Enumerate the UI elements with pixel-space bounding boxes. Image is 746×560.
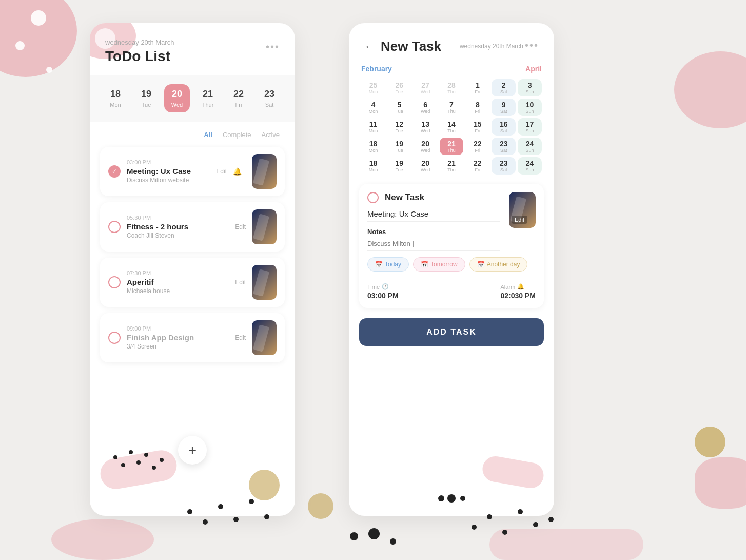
cal-cell-11[interactable]: 11Mon (361, 118, 385, 136)
task-name-input[interactable] (367, 209, 500, 222)
cal-cell-15[interactable]: 15Fri (465, 118, 489, 136)
task-time-4: 09:00 PM (127, 325, 229, 332)
filter-active[interactable]: Active (262, 131, 280, 139)
time-label: Time 🕐 (367, 283, 399, 290)
svg-point-18 (502, 530, 507, 535)
date-item-23[interactable]: 23 Sat (257, 84, 282, 112)
cal-cell-25[interactable]: 25Mon (361, 79, 385, 96)
back-button[interactable]: ← (364, 41, 375, 52)
new-task-form: New Task Edit Notes 📅 Today 📅 Tomorrow 📅… (359, 184, 544, 308)
right-card-header: ← New Task wednesday 20th March ••• (349, 23, 554, 60)
left-more-dots[interactable]: ••• (266, 41, 280, 53)
task-item-2[interactable]: 05:30 PM Fitness - 2 hours Coach Jill St… (100, 202, 285, 252)
filter-complete[interactable]: Complete (223, 131, 251, 139)
task-time-1: 03:00 PM (127, 159, 210, 165)
form-edit-label[interactable]: Edit (512, 216, 527, 224)
svg-point-1 (121, 463, 125, 467)
cal-cell-23b[interactable]: 23Sat (492, 157, 516, 175)
right-more-dots[interactable]: ••• (525, 40, 539, 51)
cal-cell-24b[interactable]: 24Sun (518, 157, 542, 175)
svg-point-2 (129, 450, 133, 454)
task-edit-3[interactable]: Edit (235, 279, 246, 286)
task-edit-2[interactable]: Edit (235, 223, 246, 230)
alarm-label-text: Alarm (501, 284, 516, 290)
cal-cell-14[interactable]: 14Thu (440, 118, 464, 136)
bell-icon-1[interactable]: 🔔 (233, 167, 242, 176)
cal-cell-24a[interactable]: 24Sun (518, 138, 542, 155)
cal-cell-20b[interactable]: 20Wed (414, 157, 438, 175)
task-sub-1: Discuss Milton website (127, 177, 210, 184)
clock-icon: 🕐 (382, 283, 389, 290)
date-item-22[interactable]: 22 Fri (226, 84, 251, 112)
cal-cell-12[interactable]: 12Tue (387, 118, 411, 136)
task-sub-4: 3/4 Screen (127, 343, 229, 350)
svg-point-12 (218, 504, 223, 509)
cal-cell-19a[interactable]: 19Tue (387, 138, 411, 155)
cal-cell-19b[interactable]: 19Tue (387, 157, 411, 175)
cal-cell-6[interactable]: 6Wed (414, 99, 438, 116)
task-item-4[interactable]: 09:00 PM Finish App Design 3/4 Screen Ed… (100, 313, 285, 362)
time-value[interactable]: 03:00 PM (367, 292, 399, 300)
task-check-1[interactable] (108, 165, 121, 178)
chip-another-label: Another day (487, 261, 520, 268)
svg-point-4 (144, 453, 148, 457)
form-radio[interactable] (367, 192, 379, 203)
svg-point-0 (113, 455, 117, 459)
cal-cell-22a[interactable]: 22Fri (465, 138, 489, 155)
left-date: wednesday 20th March (105, 38, 280, 46)
task-check-4[interactable] (108, 332, 121, 344)
notes-input[interactable] (367, 240, 500, 251)
task-edit-4[interactable]: Edit (235, 334, 246, 341)
svg-point-10 (187, 509, 192, 514)
right-date: wednesday 20th March (460, 43, 523, 50)
cal-cell-18a[interactable]: 18Mon (361, 138, 385, 155)
form-title: New Task (385, 192, 424, 203)
cal-cell-18b[interactable]: 18Mon (361, 157, 385, 175)
cal-cell-23a[interactable]: 23Sat (492, 138, 516, 155)
cal-cell-7[interactable]: 7Thu (440, 99, 464, 116)
task-thumb-4 (252, 320, 277, 355)
date-item-18[interactable]: 18 Mon (103, 84, 128, 112)
cal-cell-13[interactable]: 13Wed (414, 118, 438, 136)
add-task-button[interactable]: ADD TASK (359, 318, 544, 346)
calendar-icon-today: 📅 (375, 261, 383, 268)
chip-tomorrow[interactable]: 📅 Tomorrow (413, 257, 465, 272)
left-card-header: wednesday 20th March ToDo List ••• (90, 23, 295, 70)
cal-cell-10[interactable]: 10Sun (518, 99, 542, 116)
filter-all[interactable]: All (204, 131, 212, 139)
cal-cell-3[interactable]: 3Sun (518, 79, 542, 96)
cal-cell-26[interactable]: 26Tue (387, 79, 411, 96)
date-item-20[interactable]: 20 Wed (164, 84, 190, 112)
date-chips: 📅 Today 📅 Tomorrow 📅 Another day (367, 257, 536, 272)
task-item-3[interactable]: 07:30 PM Aperitif Michaela house Edit (100, 258, 285, 307)
chip-today[interactable]: 📅 Today (367, 257, 409, 272)
cal-cell-16[interactable]: 16Sat (492, 118, 516, 136)
cal-cell-20a[interactable]: 20Wed (414, 138, 438, 155)
cal-cell-9[interactable]: 9Sat (492, 99, 516, 116)
cal-cell-2[interactable]: 2Sat (492, 79, 516, 96)
cal-cell-1[interactable]: 1Fri (465, 79, 489, 96)
cal-cell-17[interactable]: 17Sun (518, 118, 542, 136)
cal-cell-27[interactable]: 27Wed (414, 79, 438, 96)
task-check-2[interactable] (108, 221, 121, 233)
cal-cell-4[interactable]: 4Mon (361, 99, 385, 116)
cal-cell-28[interactable]: 28Thu (440, 79, 464, 96)
task-list: 03:00 PM Meeting: Ux Case Discuss Milton… (90, 147, 295, 362)
time-block: Time 🕐 03:00 PM (367, 283, 399, 300)
add-task-fab[interactable]: + (178, 436, 207, 465)
cal-cell-22b[interactable]: 22Fri (465, 157, 489, 175)
cal-cell-21-selected[interactable]: 21Thu (440, 138, 464, 155)
alarm-value[interactable]: 02:030 PM (501, 292, 536, 300)
chip-another-day[interactable]: 📅 Another day (469, 257, 528, 272)
task-check-3[interactable] (108, 276, 121, 288)
cal-cell-5[interactable]: 5Tue (387, 99, 411, 116)
cal-cell-21b[interactable]: 21Thu (440, 157, 464, 175)
time-label-text: Time (367, 284, 380, 290)
task-item-1[interactable]: 03:00 PM Meeting: Ux Case Discuss Milton… (100, 147, 285, 196)
cal-month-left[interactable]: February (361, 65, 392, 73)
task-edit-1[interactable]: Edit (216, 168, 227, 175)
date-item-19[interactable]: 19 Tue (133, 84, 159, 112)
date-item-21[interactable]: 21 Thur (195, 84, 221, 112)
cal-month-right[interactable]: April (525, 65, 542, 73)
cal-cell-8[interactable]: 8Fri (465, 99, 489, 116)
